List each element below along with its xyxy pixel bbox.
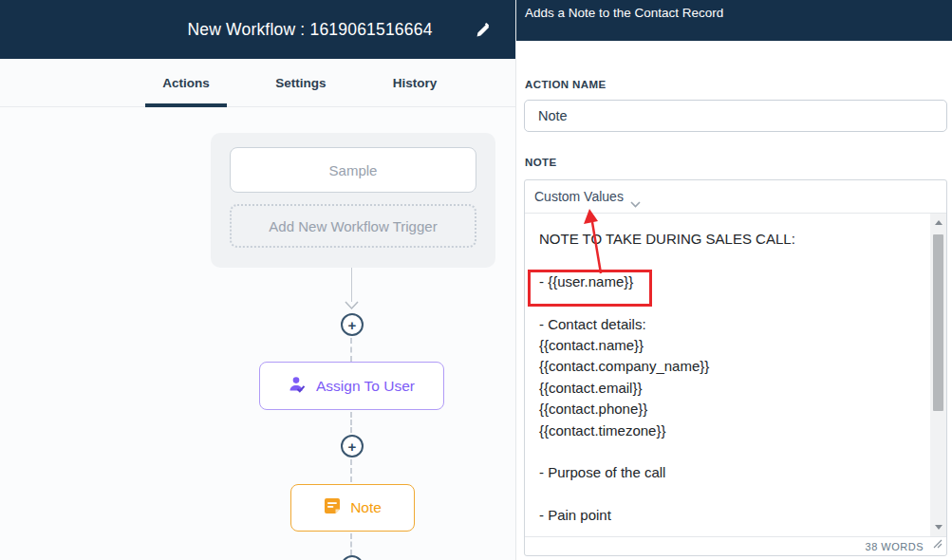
- tab-settings[interactable]: Settings: [244, 59, 358, 107]
- triangle-down-icon: [935, 525, 943, 530]
- action-name-label: ACTION NAME: [525, 79, 607, 90]
- connector-dashed: [350, 412, 352, 433]
- tab-history-label: History: [393, 76, 438, 90]
- word-count: 38 WORDS: [866, 541, 924, 552]
- tab-actions-label: Actions: [162, 76, 210, 90]
- scrollbar-up-arrow[interactable]: [930, 215, 946, 230]
- note-text-content[interactable]: NOTE TO TAKE DURING SALES CALL: - {{user…: [525, 214, 930, 527]
- tab-actions[interactable]: Actions: [129, 59, 243, 107]
- assign-user-icon: [289, 376, 307, 397]
- workflow-header: New Workflow : 1619061516664: [0, 0, 515, 59]
- add-step-button-1[interactable]: +: [341, 313, 364, 336]
- editor-scrollbar[interactable]: [930, 214, 946, 536]
- editor-status-bar: 38 WORDS: [525, 536, 946, 556]
- sample-trigger-label: Sample: [329, 162, 378, 178]
- note-textarea[interactable]: NOTE TO TAKE DURING SALES CALL: - {{user…: [525, 214, 946, 536]
- action-description: Adds a Note to the Contact Record: [525, 6, 723, 20]
- note-node-label: Note: [350, 499, 382, 516]
- add-step-button-2[interactable]: +: [341, 435, 364, 457]
- add-trigger-label: Add New Workflow Trigger: [269, 218, 437, 234]
- tab-history[interactable]: History: [358, 59, 472, 107]
- note-node[interactable]: Note: [290, 484, 415, 532]
- trigger-card: Sample Add New Workflow Trigger: [211, 133, 495, 268]
- workflow-title: New Workflow : 1619061516664: [187, 20, 432, 40]
- workflow-builder-app: New Workflow : 1619061516664 Actions Set…: [0, 0, 952, 560]
- connector-dashed: [350, 533, 352, 555]
- edit-title-pencil-icon[interactable]: [476, 23, 491, 38]
- tab-settings-label: Settings: [275, 76, 326, 90]
- add-step-button-3[interactable]: +: [341, 555, 364, 560]
- workflow-left-region: New Workflow : 1619061516664 Actions Set…: [0, 0, 515, 560]
- custom-values-dropdown[interactable]: Custom Values: [525, 180, 946, 214]
- sample-trigger-button[interactable]: Sample: [230, 147, 476, 193]
- custom-values-label: Custom Values: [534, 189, 624, 204]
- resize-grip-icon[interactable]: [933, 535, 943, 552]
- action-name-input[interactable]: [524, 100, 947, 132]
- assign-to-user-node[interactable]: Assign To User: [259, 362, 444, 410]
- workflow-canvas: Sample Add New Workflow Trigger +: [0, 107, 515, 560]
- add-new-workflow-trigger-button[interactable]: Add New Workflow Trigger: [230, 204, 476, 248]
- tabs-bar: Actions Settings History: [0, 59, 515, 107]
- scrollbar-thumb[interactable]: [933, 234, 943, 411]
- scrollbar-down-arrow[interactable]: [930, 520, 946, 534]
- note-icon: [324, 497, 341, 518]
- connector-dashed: [350, 459, 352, 482]
- plus-icon: +: [348, 439, 357, 454]
- note-editor: Custom Values NOTE TO TAKE DURING SALES …: [524, 179, 947, 556]
- panel-header: Adds a Note to the Contact Record: [516, 0, 952, 41]
- action-settings-panel: Adds a Note to the Contact Record ACTION…: [515, 0, 952, 560]
- chevron-down-icon: [630, 195, 641, 201]
- note-field-label: NOTE: [525, 157, 557, 168]
- assign-node-label: Assign To User: [316, 378, 415, 395]
- arrow-down-icon: [345, 297, 359, 314]
- connector-dashed: [350, 338, 352, 362]
- triangle-up-icon: [935, 220, 943, 225]
- plus-icon: +: [348, 318, 357, 332]
